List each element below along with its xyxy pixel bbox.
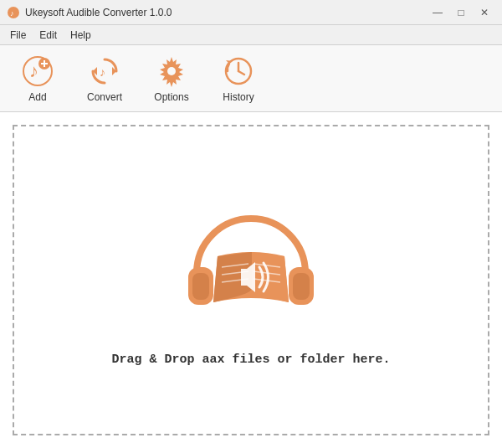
svg-text:♪: ♪ (100, 65, 105, 79)
convert-button[interactable]: ♪ Convert (75, 49, 134, 108)
convert-label: Convert (87, 91, 122, 103)
history-icon (222, 54, 255, 88)
app-icon: ♪ (7, 6, 20, 19)
svg-rect-26 (293, 273, 310, 300)
toolbar: ♪ Add ♪ Convert (0, 45, 502, 112)
add-icon: ♪ (21, 54, 54, 88)
history-label: History (223, 91, 254, 103)
svg-line-14 (238, 71, 244, 75)
maximize-button[interactable]: □ (450, 4, 472, 21)
svg-text:♪: ♪ (10, 9, 14, 18)
svg-rect-24 (192, 273, 209, 300)
svg-text:♪: ♪ (29, 60, 38, 81)
history-button[interactable]: History (209, 49, 268, 108)
title-text: Ukeysoft Audible Converter 1.0.0 (25, 7, 172, 18)
menu-edit[interactable]: Edit (33, 28, 64, 43)
title-bar-left: ♪ Ukeysoft Audible Converter 1.0.0 (7, 6, 172, 19)
title-bar-controls: — □ ✕ (427, 4, 495, 21)
title-bar: ♪ Ukeysoft Audible Converter 1.0.0 — □ ✕ (0, 0, 502, 25)
close-button[interactable]: ✕ (474, 4, 495, 21)
drop-zone[interactable]: Drag & Drop aax files or folder here. (13, 125, 489, 435)
menu-bar: File Edit Help (0, 25, 502, 45)
add-button[interactable]: ♪ Add (8, 49, 67, 108)
menu-help[interactable]: Help (64, 28, 98, 43)
options-icon (155, 54, 188, 88)
options-button[interactable]: Options (142, 49, 201, 108)
drop-zone-text: Drag & Drop aax files or folder here. (111, 353, 390, 367)
svg-point-11 (167, 67, 176, 75)
convert-icon: ♪ (88, 54, 121, 88)
main-content: Drag & Drop aax files or folder here. (0, 112, 502, 448)
menu-file[interactable]: File (3, 28, 33, 43)
options-label: Options (154, 91, 188, 103)
add-label: Add (28, 91, 46, 103)
minimize-button[interactable]: — (427, 4, 448, 21)
drop-zone-icon (167, 193, 335, 336)
